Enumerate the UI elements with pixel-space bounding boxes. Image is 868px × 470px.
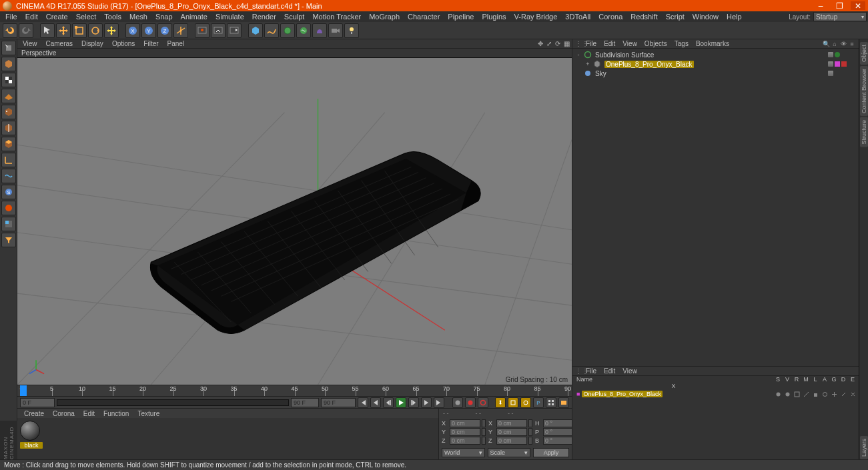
next-frame-button[interactable]: [408, 397, 419, 408]
go-start-button[interactable]: [358, 397, 368, 408]
menu-tools[interactable]: Tools: [100, 12, 125, 21]
viewmenu-view[interactable]: View: [19, 40, 41, 47]
param-key-button[interactable]: P: [533, 397, 544, 408]
light-button[interactable]: [344, 23, 359, 38]
menu-select[interactable]: Select: [72, 12, 101, 21]
attr-icon[interactable]: [820, 391, 829, 397]
record-button[interactable]: [452, 397, 463, 408]
menu-3dtoall[interactable]: 3DToAll: [561, 12, 594, 21]
matmenu-create[interactable]: Create: [20, 410, 48, 417]
prev-frame-button[interactable]: [383, 397, 394, 408]
attr-icon[interactable]: [773, 391, 783, 397]
coord-field[interactable]: 0 cm: [496, 419, 527, 427]
coord-field[interactable]: 0 cm: [450, 428, 480, 436]
objmenu-edit[interactable]: Edit: [600, 40, 618, 47]
viewport-solo-button[interactable]: [1, 217, 16, 231]
last-tool-button[interactable]: [104, 23, 119, 38]
menu-mesh[interactable]: Mesh: [125, 12, 151, 21]
layout-dropdown[interactable]: Startup ▾: [813, 12, 867, 21]
viewport-nav-icon[interactable]: ✥: [536, 40, 544, 48]
move-tool-button[interactable]: [56, 23, 71, 38]
render-settings-button[interactable]: [211, 23, 226, 38]
matmenu-texture[interactable]: Texture: [133, 410, 163, 417]
model-mode-button[interactable]: [1, 57, 16, 71]
menu-render[interactable]: Render: [248, 12, 280, 21]
spinner-icon[interactable]: [528, 428, 532, 436]
spinner-icon[interactable]: [482, 428, 486, 436]
menu-edit[interactable]: Edit: [21, 12, 42, 21]
panel-grip-icon[interactable]: ⋮⋮: [575, 367, 582, 375]
menu-vray-bridge[interactable]: V-Ray Bridge: [510, 12, 562, 21]
object-row[interactable]: -Subdivision Surface: [574, 50, 857, 59]
tweak-button[interactable]: [1, 169, 16, 183]
rotate-tool-button[interactable]: [88, 23, 103, 38]
render-queue-button[interactable]: [227, 23, 242, 38]
objmenu-tags[interactable]: Tags: [671, 40, 692, 47]
anim-start-field[interactable]: 0 F: [20, 398, 55, 407]
rot-key-button[interactable]: [520, 397, 531, 408]
scale-key-button[interactable]: [508, 397, 518, 408]
coord-mode-dropdown[interactable]: World▾: [442, 448, 485, 457]
attr-icon[interactable]: [783, 391, 792, 397]
attr-icon[interactable]: [839, 391, 848, 397]
undo-button[interactable]: [3, 23, 17, 38]
viewport-filter-button[interactable]: [1, 233, 16, 247]
spline-button[interactable]: [264, 23, 279, 38]
objmenu-view[interactable]: View: [619, 40, 640, 47]
anim-end-field[interactable]: 90 F: [321, 398, 356, 407]
menu-pipeline[interactable]: Pipeline: [444, 12, 478, 21]
scale-tool-button[interactable]: [72, 23, 87, 38]
viewmenu-cameras[interactable]: Cameras: [42, 40, 77, 47]
maximize-button[interactable]: ❐: [832, 1, 847, 10]
matmenu-corona[interactable]: Corona: [49, 410, 79, 417]
material-manager[interactable]: black: [17, 418, 438, 457]
coord-system-button[interactable]: [173, 23, 188, 38]
object-row[interactable]: Sky: [574, 69, 857, 78]
attr-icon[interactable]: [792, 391, 801, 397]
menu-create[interactable]: Create: [42, 12, 72, 21]
object-row[interactable]: +OnePlus_8_Pro_Onyx_Black: [574, 59, 857, 69]
coord-field[interactable]: 0 cm: [496, 428, 527, 436]
attr-icon[interactable]: [848, 391, 857, 397]
close-button[interactable]: ✕: [851, 1, 865, 10]
attr-icon[interactable]: [801, 391, 811, 397]
axis-button[interactable]: [1, 153, 16, 167]
coord-apply-button[interactable]: Apply: [533, 448, 569, 457]
keyframe-sel-button[interactable]: [478, 397, 488, 408]
environment-button[interactable]: [312, 23, 327, 38]
object-tags[interactable]: [828, 71, 857, 76]
coord-field[interactable]: 0 °: [543, 419, 574, 427]
coord-field[interactable]: 0 cm: [450, 437, 480, 445]
vtab-layers[interactable]: Layers: [860, 436, 868, 459]
viewmenu-options[interactable]: Options: [108, 40, 139, 47]
tree-toggle[interactable]: +: [584, 61, 591, 67]
go-end-button[interactable]: [434, 397, 444, 408]
coord-size-dropdown[interactable]: Scale▾: [488, 448, 531, 457]
objmenu-file[interactable]: File: [582, 40, 600, 47]
axis-y-button[interactable]: Y: [141, 23, 156, 38]
attr-icon[interactable]: [829, 391, 839, 397]
next-key-button[interactable]: [421, 397, 432, 408]
spinner-icon[interactable]: [528, 419, 532, 427]
menu-mograph[interactable]: MoGraph: [365, 12, 404, 21]
axis-x-button[interactable]: X: [125, 23, 140, 38]
workplane-button[interactable]: [1, 89, 16, 103]
viewport-rotate-icon[interactable]: ⟳: [554, 40, 562, 48]
viewmenu-filter[interactable]: Filter: [139, 40, 162, 47]
minimize-button[interactable]: –: [813, 1, 828, 10]
spinner-icon[interactable]: [482, 419, 486, 427]
axis-z-button[interactable]: Z: [157, 23, 172, 38]
matmenu-edit[interactable]: Edit: [79, 410, 99, 417]
attr-icon[interactable]: [811, 391, 820, 397]
menu-window[interactable]: Window: [689, 12, 723, 21]
timeline-open-button[interactable]: [558, 397, 569, 408]
panel-grip-icon[interactable]: ⋮⋮: [575, 40, 582, 47]
timeline-ruler[interactable]: 051015202530354045505560657075808590: [17, 385, 572, 397]
texture-mode-button[interactable]: [1, 73, 16, 87]
menu-motion-tracker[interactable]: Motion Tracker: [308, 12, 365, 21]
menu-corona[interactable]: Corona: [594, 12, 626, 21]
timeline-cursor[interactable]: [20, 385, 27, 396]
vtab-content-browser[interactable]: Content Browser: [860, 66, 868, 116]
make-editable-button[interactable]: [1, 41, 16, 55]
coord-field[interactable]: 0 °: [543, 437, 574, 445]
